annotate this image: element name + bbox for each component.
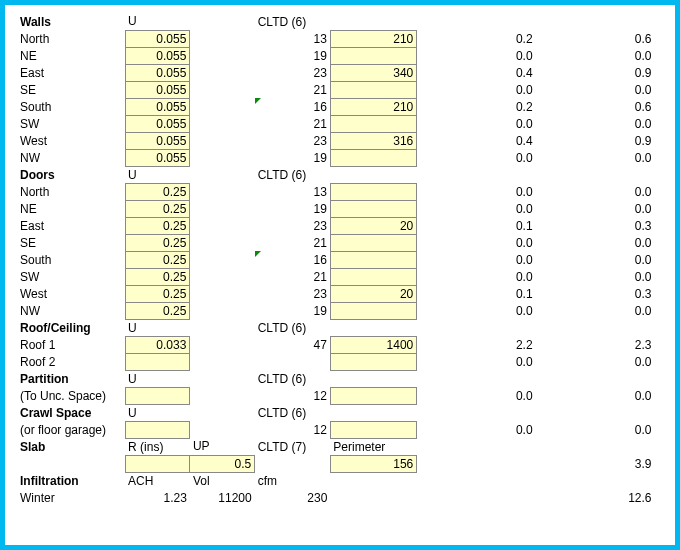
walls-area-input[interactable] — [330, 81, 416, 98]
section-roof-title: Roof/Ceiling — [17, 319, 125, 336]
partition-cltd-value: 12 — [255, 387, 331, 404]
walls-area-input[interactable] — [330, 47, 416, 64]
walls-area-input[interactable]: 210 — [330, 30, 416, 47]
crawl-u-input[interactable] — [125, 421, 190, 438]
doors-calc2: 0.0 — [536, 200, 655, 217]
walls-area-input[interactable]: 210 — [330, 98, 416, 115]
walls-calc2: 0.6 — [536, 98, 655, 115]
doors-area-input[interactable] — [330, 251, 416, 268]
roof-row-label: Roof 1 — [17, 336, 125, 353]
doors-area-input[interactable] — [330, 234, 416, 251]
section-partition-cltd-header: CLTD (6) — [255, 370, 331, 387]
walls-u-input[interactable]: 0.055 — [125, 149, 190, 166]
walls-cltd-value: 19 — [255, 47, 331, 64]
roof-cltd-value: 47 — [255, 336, 331, 353]
doors-calc1: 0.0 — [417, 251, 536, 268]
walls-area-input[interactable]: 340 — [330, 64, 416, 81]
walls-calc1: 0.0 — [417, 47, 536, 64]
walls-calc2: 0.9 — [536, 132, 655, 149]
slab-r-input[interactable] — [125, 455, 190, 472]
walls-u-input[interactable]: 0.055 — [125, 30, 190, 47]
walls-cltd-value: 23 — [255, 132, 331, 149]
section-infil-ach-header: ACH — [125, 472, 190, 489]
walls-u-input[interactable]: 0.055 — [125, 81, 190, 98]
walls-row-label: SW — [17, 115, 125, 132]
walls-calc1: 0.0 — [417, 115, 536, 132]
crawl-area-input[interactable] — [330, 421, 416, 438]
roof-area-input[interactable]: 1400 — [330, 336, 416, 353]
walls-u-input[interactable]: 0.055 — [125, 98, 190, 115]
doors-cltd-value: 13 — [255, 183, 331, 200]
infil-calc1 — [417, 489, 536, 506]
section-crawl-title: Crawl Space — [17, 404, 125, 421]
section-doors-cltd-header: CLTD (6) — [255, 166, 331, 183]
partition-area-input[interactable] — [330, 387, 416, 404]
doors-u-input[interactable]: 0.25 — [125, 285, 190, 302]
section-slab-perim-header: Perimeter — [330, 438, 416, 455]
roof-calc2: 2.3 — [536, 336, 655, 353]
walls-cltd-value: 13 — [255, 30, 331, 47]
walls-area-input[interactable] — [330, 149, 416, 166]
doors-row-label: SW — [17, 268, 125, 285]
partition-sub-label: (To Unc. Space) — [17, 387, 125, 404]
section-infil-vol-header: Vol — [190, 472, 255, 489]
infil-row-label: Winter — [17, 489, 125, 506]
doors-row-label: North — [17, 183, 125, 200]
section-doors-title: Doors — [17, 166, 125, 183]
walls-calc1: 0.4 — [417, 64, 536, 81]
walls-u-input[interactable]: 0.055 — [125, 115, 190, 132]
walls-u-input[interactable]: 0.055 — [125, 64, 190, 81]
doors-area-input[interactable] — [330, 183, 416, 200]
load-calc-table: WallsUCLTD (6)North0.055132100.20.6NE0.0… — [17, 13, 655, 506]
doors-u-input[interactable]: 0.25 — [125, 268, 190, 285]
doors-cltd-value: 19 — [255, 200, 331, 217]
doors-calc1: 0.0 — [417, 183, 536, 200]
partition-u-input[interactable] — [125, 387, 190, 404]
doors-area-input[interactable] — [330, 302, 416, 319]
section-roof-u-header: U — [125, 319, 190, 336]
doors-calc1: 0.1 — [417, 217, 536, 234]
walls-area-input[interactable]: 316 — [330, 132, 416, 149]
slab-up-input[interactable]: 0.5 — [190, 455, 255, 472]
doors-row-label: East — [17, 217, 125, 234]
walls-calc2: 0.9 — [536, 64, 655, 81]
doors-u-input[interactable]: 0.25 — [125, 302, 190, 319]
walls-u-input[interactable]: 0.055 — [125, 132, 190, 149]
doors-cltd-value: 21 — [255, 268, 331, 285]
roof-area-input[interactable] — [330, 353, 416, 370]
doors-u-input[interactable]: 0.25 — [125, 217, 190, 234]
doors-calc1: 0.0 — [417, 268, 536, 285]
infil-vol-value: 11200 — [190, 489, 255, 506]
section-doors-u-header: U — [125, 166, 190, 183]
doors-cltd-value: 19 — [255, 302, 331, 319]
doors-u-input[interactable]: 0.25 — [125, 234, 190, 251]
section-walls-cltd-header: CLTD (6) — [255, 13, 331, 30]
slab-perim-input[interactable]: 156 — [330, 455, 416, 472]
doors-area-input[interactable]: 20 — [330, 285, 416, 302]
walls-calc1: 0.4 — [417, 132, 536, 149]
doors-u-input[interactable]: 0.25 — [125, 200, 190, 217]
crawl-calc2: 0.0 — [536, 421, 655, 438]
section-infil-cfm-header: cfm — [255, 472, 331, 489]
doors-u-input[interactable]: 0.25 — [125, 251, 190, 268]
crawl-cltd-value: 12 — [255, 421, 331, 438]
walls-calc1: 0.2 — [417, 98, 536, 115]
roof-u-input[interactable] — [125, 353, 190, 370]
walls-u-input[interactable]: 0.055 — [125, 47, 190, 64]
roof-u-input[interactable]: 0.033 — [125, 336, 190, 353]
doors-area-input[interactable] — [330, 200, 416, 217]
walls-area-input[interactable] — [330, 115, 416, 132]
walls-row-label: East — [17, 64, 125, 81]
doors-calc1: 0.1 — [417, 285, 536, 302]
walls-row-label: West — [17, 132, 125, 149]
doors-row-label: West — [17, 285, 125, 302]
crawl-sub-label: (or floor garage) — [17, 421, 125, 438]
doors-area-input[interactable] — [330, 268, 416, 285]
doors-area-input[interactable]: 20 — [330, 217, 416, 234]
walls-cltd-value: 21 — [255, 81, 331, 98]
section-partition-title: Partition — [17, 370, 125, 387]
doors-u-input[interactable]: 0.25 — [125, 183, 190, 200]
roof-calc2: 0.0 — [536, 353, 655, 370]
section-slab-r-header: R (ins) — [125, 438, 190, 455]
walls-row-label: North — [17, 30, 125, 47]
